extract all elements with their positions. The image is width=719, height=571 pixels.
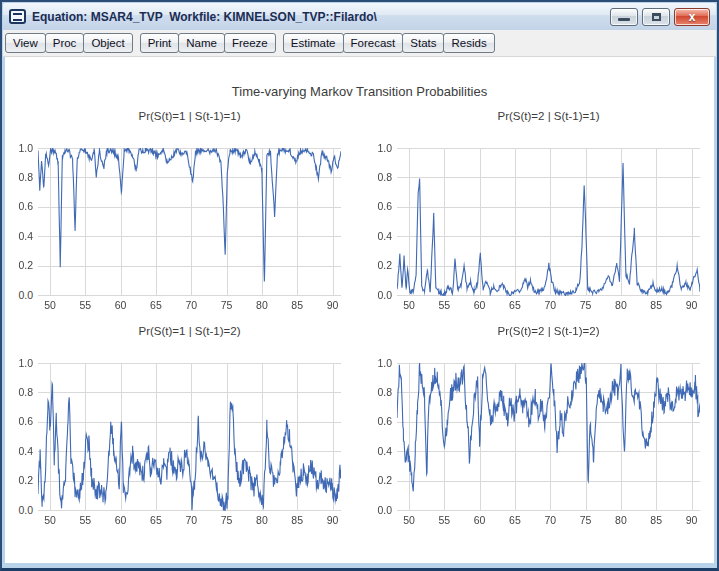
y-tick-label: 0.2 — [12, 259, 33, 271]
x-tick-label: 50 — [38, 514, 62, 526]
y-tick-label: 1.0 — [12, 357, 33, 369]
x-tick-label: 50 — [397, 299, 421, 311]
toolbar: ViewProcObjectPrintNameFreezeEstimateFor… — [3, 30, 716, 57]
x-tick-label: 90 — [680, 514, 704, 526]
equation-window: Equation: MSAR4_TVP Workfile: KIMNELSON_… — [0, 0, 719, 571]
x-tick-label: 75 — [574, 514, 598, 526]
minimize-icon — [618, 18, 630, 21]
restore-button[interactable] — [642, 8, 670, 26]
toolbar-button-print[interactable]: Print — [140, 33, 180, 53]
panel-title: Pr(S(t)=2 | S(t-1)=2) — [397, 325, 700, 345]
x-tick-label: 55 — [432, 299, 456, 311]
toolbar-group-separator — [132, 33, 140, 34]
x-tick-label: 50 — [38, 299, 62, 311]
toolbar-group-separator — [275, 33, 283, 34]
x-tick-label: 70 — [538, 299, 562, 311]
x-tick-label: 80 — [250, 299, 274, 311]
panel-pr-s2-s1: Pr(S(t)=2 | S(t-1)=1) 0.00.20.40.60.81.0… — [371, 110, 700, 314]
x-tick-label: 65 — [503, 514, 527, 526]
window-title: Equation: MSAR4_TVP Workfile: KIMNELSON_… — [32, 10, 610, 24]
x-tick-label: 75 — [215, 514, 239, 526]
y-tick-label: 0.4 — [371, 230, 392, 242]
y-tick-label: 0.8 — [371, 171, 392, 183]
y-tick-label: 0.4 — [12, 230, 33, 242]
x-tick-label: 70 — [179, 514, 203, 526]
x-tick-label: 80 — [609, 299, 633, 311]
x-tick-label: 90 — [680, 299, 704, 311]
y-tick-label: 1.0 — [12, 142, 33, 154]
x-tick-label: 90 — [321, 514, 345, 526]
x-tick-label: 65 — [144, 514, 168, 526]
y-tick-label: 0.2 — [371, 259, 392, 271]
x-tick-label: 55 — [73, 299, 97, 311]
x-tick-label: 90 — [321, 299, 345, 311]
y-tick-label: 0.6 — [12, 415, 33, 427]
x-tick-label: 85 — [285, 514, 309, 526]
x-tick-label: 70 — [538, 514, 562, 526]
y-tick-label: 0.4 — [371, 445, 392, 457]
y-tick-label: 0.8 — [12, 171, 33, 183]
toolbar-button-stats[interactable]: Stats — [402, 33, 444, 53]
chart-client-area: Time-varying Markov Transition Probabili… — [5, 57, 714, 563]
x-tick-label: 75 — [215, 299, 239, 311]
title-bar[interactable]: Equation: MSAR4_TVP Workfile: KIMNELSON_… — [3, 3, 716, 30]
restore-icon — [652, 13, 661, 21]
panel-pr-s2-s2: Pr(S(t)=2 | S(t-1)=2) 0.00.20.40.60.81.0… — [371, 325, 700, 529]
x-tick-label: 85 — [644, 299, 668, 311]
x-tick-label: 55 — [432, 514, 456, 526]
x-tick-label: 75 — [574, 299, 598, 311]
toolbar-button-resids[interactable]: Resids — [443, 33, 494, 53]
panel-title: Pr(S(t)=1 | S(t-1)=2) — [38, 325, 341, 345]
y-tick-label: 0.6 — [371, 200, 392, 212]
x-tick-label: 60 — [468, 299, 492, 311]
minimize-button[interactable] — [610, 8, 638, 26]
toolbar-button-freeze[interactable]: Freeze — [224, 33, 276, 53]
panel-pr-s1-s2: Pr(S(t)=1 | S(t-1)=2) 0.00.20.40.60.81.0… — [12, 325, 341, 529]
y-tick-label: 1.0 — [371, 142, 392, 154]
toolbar-button-view[interactable]: View — [5, 33, 46, 53]
y-tick-label: 0.0 — [12, 289, 33, 301]
y-tick-label: 0.4 — [12, 445, 33, 457]
x-tick-label: 50 — [397, 514, 421, 526]
y-tick-label: 0.6 — [371, 415, 392, 427]
panel-pr-s1-s1: Pr(S(t)=1 | S(t-1)=1) 0.00.20.40.60.81.0… — [12, 110, 341, 314]
y-tick-label: 0.0 — [371, 289, 392, 301]
toolbar-button-proc[interactable]: Proc — [45, 33, 85, 53]
x-tick-label: 65 — [144, 299, 168, 311]
y-tick-label: 0.8 — [12, 386, 33, 398]
chart-main-title: Time-varying Markov Transition Probabili… — [5, 84, 714, 102]
plot-canvas — [397, 148, 700, 296]
y-tick-label: 0.2 — [371, 474, 392, 486]
equation-icon[interactable] — [9, 9, 26, 24]
x-tick-label: 55 — [73, 514, 97, 526]
toolbar-button-name[interactable]: Name — [178, 33, 225, 53]
toolbar-button-object[interactable]: Object — [83, 33, 132, 53]
y-tick-label: 0.2 — [12, 474, 33, 486]
x-tick-label: 80 — [250, 514, 274, 526]
y-tick-label: 1.0 — [371, 357, 392, 369]
toolbar-button-forecast[interactable]: Forecast — [343, 33, 404, 53]
toolbar-button-estimate[interactable]: Estimate — [283, 33, 344, 53]
panel-title: Pr(S(t)=1 | S(t-1)=1) — [38, 110, 341, 130]
x-tick-label: 60 — [109, 299, 133, 311]
x-tick-label: 60 — [109, 514, 133, 526]
close-button[interactable]: x — [674, 8, 710, 26]
plot-canvas — [38, 148, 341, 296]
x-tick-label: 65 — [503, 299, 527, 311]
x-tick-label: 70 — [179, 299, 203, 311]
equals-glyph — [13, 13, 22, 21]
y-tick-label: 0.0 — [12, 504, 33, 516]
x-tick-label: 80 — [609, 514, 633, 526]
window-controls: x — [610, 8, 710, 26]
panel-title: Pr(S(t)=2 | S(t-1)=1) — [397, 110, 700, 130]
y-tick-label: 0.0 — [371, 504, 392, 516]
plot-canvas — [38, 363, 341, 511]
close-icon: x — [689, 11, 696, 23]
x-tick-label: 85 — [285, 299, 309, 311]
plot-canvas — [397, 363, 700, 511]
x-tick-label: 85 — [644, 514, 668, 526]
x-tick-label: 60 — [468, 514, 492, 526]
y-tick-label: 0.6 — [12, 200, 33, 212]
y-tick-label: 0.8 — [371, 386, 392, 398]
